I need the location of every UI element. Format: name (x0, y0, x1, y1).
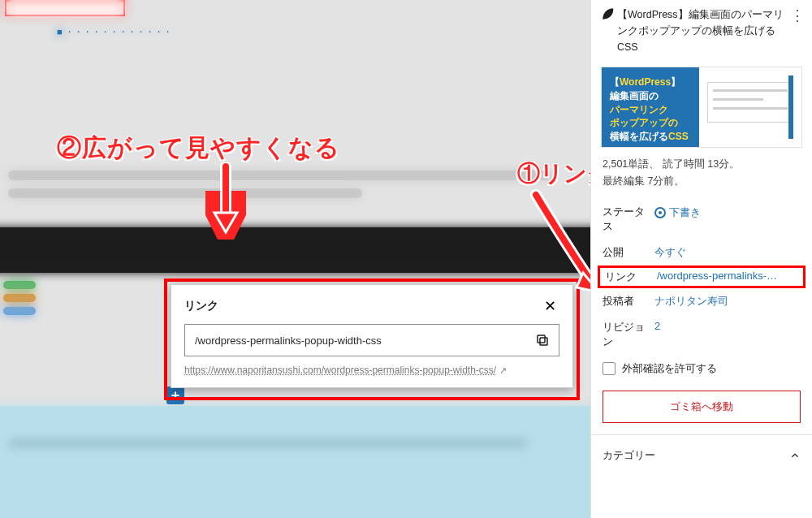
thumb-text: パーマリンク (610, 104, 668, 115)
permalink-input[interactable] (195, 335, 533, 347)
meta-wordcount: 2,501単語、 読了時間 13分。 (603, 156, 801, 173)
featured-image-left: 【WordPress】 編集画面の パーマリンク ポップアップの 横幅を広げるC… (602, 67, 699, 147)
publish-value[interactable]: 今すぐ (654, 246, 686, 258)
permalink-row-label: リンク (605, 270, 657, 284)
status-value-text: 下書き (669, 205, 701, 220)
permalink-popup-title: リンク (184, 299, 218, 313)
annotation-highlight-link-row: リンク /wordpress-permalinks-… (598, 265, 806, 288)
more-options-icon[interactable]: ⋮ (788, 6, 807, 55)
author-label: 投稿者 (603, 294, 654, 309)
thumb-text: 横幅を広げる (610, 131, 668, 142)
category-panel-label: カテゴリー (603, 448, 655, 463)
permalink-input-wrapper[interactable] (184, 324, 559, 356)
meta-last-edited: 最終編集 7分前。 (603, 173, 801, 190)
svg-rect-0 (540, 338, 547, 345)
thumb-text: ポップアップの (610, 117, 678, 128)
settings-sidebar: 【WordPress】編集画面のパーマリンクポップアップの横幅を広げるCSS ⋮… (590, 0, 812, 518)
permalink-row-value[interactable]: /wordpress-permalinks-… (657, 270, 777, 282)
status-draft-icon (654, 207, 666, 218)
post-type-icon (599, 6, 617, 55)
thumb-text: CSS (668, 131, 689, 142)
external-review-checkbox[interactable] (603, 362, 615, 375)
status-label: ステータス (603, 205, 654, 234)
permalink-full-url[interactable]: https://www.naporitansushi.com/wordpress… (184, 365, 559, 376)
annotation-label-2: ②広がって見やすくなる (57, 132, 340, 165)
permalink-popup: リンク ✕ https://www.naporitansushi.com/wor… (171, 284, 573, 388)
author-value[interactable]: ナポリタン寿司 (654, 295, 728, 307)
publish-label: 公開 (603, 245, 654, 260)
post-title: 【WordPress】編集画面のパーマリンクポップアップの横幅を広げるCSS (617, 6, 788, 55)
thumb-text: 【 (610, 76, 620, 88)
featured-image[interactable]: 【WordPress】 編集画面の パーマリンク ポップアップの 横幅を広げるC… (601, 67, 802, 148)
thumb-text: 編集画面の (610, 90, 659, 101)
copy-icon[interactable] (533, 330, 552, 350)
editor-canvas: ■ ・・・・・・・・・・・・ (0, 0, 590, 518)
status-value[interactable]: 下書き (654, 205, 701, 220)
revision-value[interactable]: 2 (654, 320, 660, 332)
annotation-arrow-2-outline (201, 162, 250, 244)
category-panel-toggle[interactable]: カテゴリー (591, 434, 812, 476)
thumb-text: 】 (671, 76, 680, 88)
featured-image-right (699, 67, 801, 147)
external-review-label: 外部確認を許可する (622, 361, 717, 376)
permalink-full-url-link[interactable]: https://www.naporitansushi.com/wordpress… (184, 365, 496, 376)
thumb-text: WordPress (620, 76, 671, 88)
revision-label: リビジョン (603, 320, 654, 349)
chevron-up-icon (789, 450, 801, 461)
svg-rect-1 (538, 335, 545, 343)
external-link-icon: ↗ (499, 365, 507, 375)
move-to-trash-button[interactable]: ゴミ箱へ移動 (603, 391, 801, 423)
